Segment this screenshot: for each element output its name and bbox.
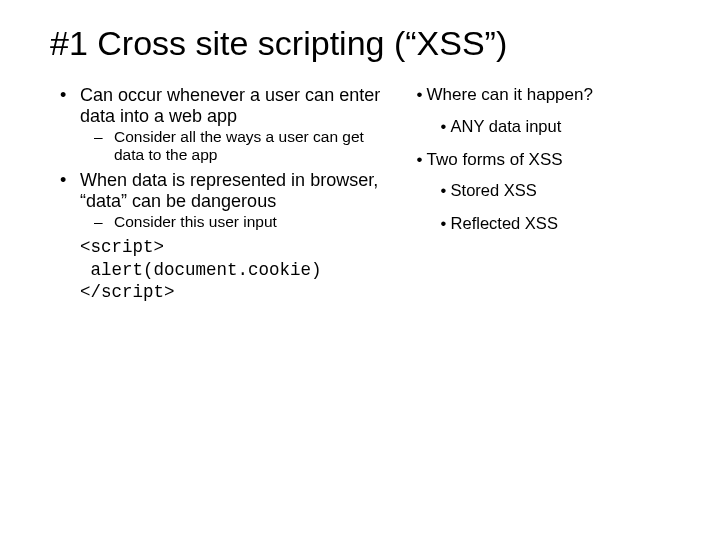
content-columns: Can occur whenever a user can enter data…	[50, 85, 680, 303]
code-line: alert(document.cookie)	[80, 260, 387, 281]
bullet-level2: ANY data input	[417, 117, 680, 136]
right-column: Where can it happen? ANY data input Two …	[397, 85, 680, 247]
bullet-level1: When data is represented in browser, “da…	[50, 170, 387, 211]
code-line: <script>	[80, 237, 387, 258]
bullet-level1: Where can it happen?	[417, 85, 680, 105]
bullet-level2: Stored XSS	[417, 181, 680, 200]
bullet-level1: Can occur whenever a user can enter data…	[50, 85, 387, 126]
bullet-level1: Two forms of XSS	[417, 150, 680, 170]
slide: #1 Cross site scripting (“XSS”) Can occu…	[0, 0, 720, 540]
bullet-level2: Consider all the ways a user can get dat…	[50, 128, 387, 164]
bullet-level2: Reflected XSS	[417, 214, 680, 233]
bullet-level2: Consider this user input	[50, 213, 387, 231]
slide-title: #1 Cross site scripting (“XSS”)	[50, 24, 680, 63]
left-column: Can occur whenever a user can enter data…	[50, 85, 397, 303]
code-line: </script>	[80, 282, 387, 303]
